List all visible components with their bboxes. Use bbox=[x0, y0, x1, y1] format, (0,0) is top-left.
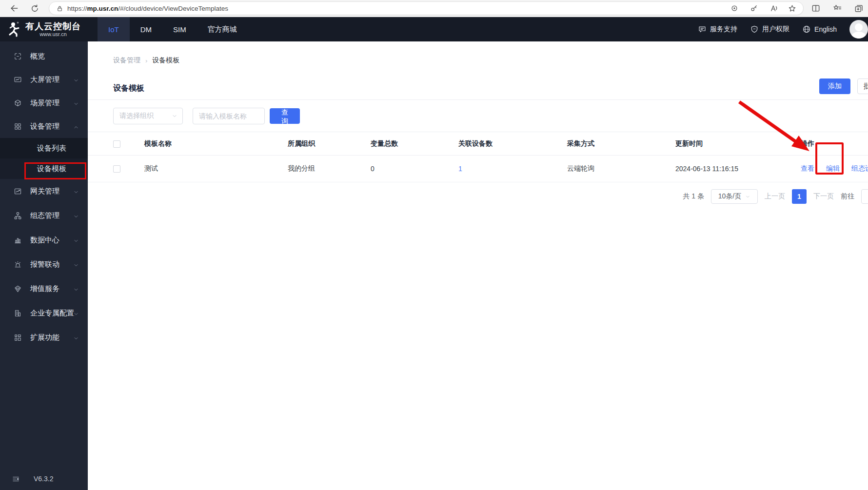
select-all-checkbox[interactable] bbox=[113, 140, 120, 148]
breadcrumb: 设备管理 › 设备模板 bbox=[88, 41, 868, 65]
sidebar-subitem-label: 设备模板 bbox=[37, 164, 66, 174]
cell-updated-time: 2024-06-13 11:16:15 bbox=[675, 165, 801, 173]
breadcrumb-parent[interactable]: 设备管理 bbox=[113, 56, 140, 65]
partial-batch-button[interactable]: 批 bbox=[857, 78, 868, 94]
sidebar-item-label: 组态管理 bbox=[30, 211, 59, 220]
cell-template-name: 测试 bbox=[144, 164, 288, 173]
page-size-select[interactable]: 10条/页 bbox=[711, 189, 758, 204]
favorites-bar-icon[interactable] bbox=[830, 1, 845, 16]
sidebar-item-label: 概览 bbox=[30, 52, 45, 61]
password-key-icon[interactable] bbox=[747, 1, 761, 16]
globe-icon bbox=[802, 25, 811, 34]
sidebar-subitem-device-template[interactable]: 设备模板 bbox=[0, 158, 88, 179]
back-icon[interactable] bbox=[7, 1, 21, 16]
cell-device-count: 1 bbox=[458, 165, 567, 173]
col-template-name: 模板名称 bbox=[144, 139, 288, 148]
read-aloud-icon[interactable] bbox=[766, 1, 781, 16]
col-updated-time: 更新时间 bbox=[675, 139, 801, 148]
add-button[interactable]: 添加 bbox=[819, 78, 850, 94]
row-checkbox[interactable] bbox=[113, 165, 120, 173]
sidebar-item-label: 扩展功能 bbox=[30, 333, 59, 342]
bar-chart-icon bbox=[14, 236, 22, 244]
goto-page-input[interactable] bbox=[861, 189, 868, 204]
service-support[interactable]: 服务支持 bbox=[698, 25, 737, 34]
edit-link[interactable]: 编辑 bbox=[826, 164, 840, 173]
sidebar-item-screen-mgmt[interactable]: 大屏管理 bbox=[0, 68, 88, 91]
sidebar-item-data-center[interactable]: 数据中心 bbox=[0, 228, 88, 252]
sidebar-item-label: 网关管理 bbox=[30, 187, 59, 196]
sidebar-item-alarm-linkage[interactable]: 报警联动 bbox=[0, 252, 88, 276]
refresh-icon[interactable] bbox=[27, 1, 42, 16]
user-avatar[interactable] bbox=[849, 20, 868, 39]
page-title: 设备模板 bbox=[113, 83, 144, 94]
current-page-button[interactable]: 1 bbox=[792, 189, 807, 204]
sidebar-item-value-added[interactable]: 增值服务 bbox=[0, 276, 88, 301]
next-page-button[interactable]: 下一页 bbox=[813, 192, 834, 201]
chevron-down-icon bbox=[73, 286, 79, 294]
search-button[interactable]: 查询 bbox=[270, 108, 300, 124]
sidebar-item-overview[interactable]: 概览 bbox=[0, 44, 88, 68]
overview-icon bbox=[14, 52, 22, 60]
language-label: English bbox=[814, 25, 837, 33]
tab-dm[interactable]: DM bbox=[130, 17, 162, 41]
split-screen-icon[interactable] bbox=[809, 1, 823, 16]
collapse-sidebar-icon[interactable] bbox=[12, 475, 20, 483]
org-select-placeholder: 请选择组织 bbox=[119, 112, 172, 120]
table-row: 测试 我的分组 0 1 云端轮询 2024-06-13 11:16:15 查看 … bbox=[88, 156, 868, 182]
device-count-link[interactable]: 1 bbox=[458, 165, 462, 173]
favorite-star-icon[interactable] bbox=[785, 1, 799, 16]
location-icon[interactable] bbox=[727, 1, 742, 16]
sidebar-item-gateway-mgmt[interactable]: 网关管理 bbox=[0, 179, 88, 203]
col-collect-method: 采集方式 bbox=[567, 139, 675, 148]
tab-iot[interactable]: IoT bbox=[98, 17, 130, 41]
chevron-down-icon bbox=[73, 237, 79, 245]
screen: https://mp.usr.cn/#/cloud/device/ViewDev… bbox=[0, 0, 868, 490]
sidebar-item-label: 场景管理 bbox=[30, 98, 59, 108]
tab-mall[interactable]: 官方商城 bbox=[197, 17, 248, 41]
breadcrumb-separator-icon: › bbox=[145, 57, 147, 64]
sidebar-item-label: 数据中心 bbox=[30, 235, 59, 245]
gem-icon bbox=[14, 285, 22, 293]
user-permission[interactable]: 用户权限 bbox=[750, 25, 789, 34]
breadcrumb-current: 设备模板 bbox=[152, 56, 179, 65]
chevron-up-icon bbox=[73, 123, 79, 132]
tab-sim[interactable]: SIM bbox=[162, 17, 197, 41]
sidebar-subitem-device-list[interactable]: 设备列表 bbox=[0, 138, 88, 158]
chevron-down-icon bbox=[73, 188, 79, 196]
cell-collect-method: 云端轮询 bbox=[567, 164, 675, 173]
sidebar-item-scada-mgmt[interactable]: 组态管理 bbox=[0, 203, 88, 228]
screen-icon bbox=[14, 76, 22, 84]
sidebar-item-scene-mgmt[interactable]: 场景管理 bbox=[0, 91, 88, 115]
org-select[interactable]: 请选择组织 bbox=[113, 108, 183, 124]
col-organization: 所属组织 bbox=[288, 139, 371, 148]
sidebar-item-label: 设备管理 bbox=[30, 122, 59, 131]
table-header-row: 模板名称 所属组织 变量总数 关联设备数 采集方式 更新时间 操作 bbox=[88, 132, 868, 156]
product-tabs: IoT DM SIM 官方商城 bbox=[98, 17, 248, 41]
pagination-total: 共 1 条 bbox=[683, 192, 704, 201]
prev-page-button[interactable]: 上一页 bbox=[765, 192, 785, 201]
address-bar[interactable]: https://mp.usr.cn/#/cloud/device/ViewDev… bbox=[49, 1, 804, 15]
view-link[interactable]: 查看 bbox=[801, 164, 814, 173]
building-icon bbox=[14, 309, 22, 317]
sidebar-item-label: 增值服务 bbox=[30, 284, 59, 294]
content-header: 设备模板 添加 批 bbox=[88, 78, 868, 100]
col-actions: 操作 bbox=[801, 139, 868, 148]
templates-table: 模板名称 所属组织 变量总数 关联设备数 采集方式 更新时间 操作 测试 我的分… bbox=[88, 132, 868, 182]
logo-title: 有人云控制台 bbox=[25, 21, 81, 31]
language-switch[interactable]: English bbox=[802, 25, 837, 34]
chevron-down-icon bbox=[73, 77, 79, 85]
shield-icon bbox=[750, 25, 759, 34]
chat-icon bbox=[698, 25, 707, 34]
template-name-input[interactable] bbox=[193, 108, 265, 124]
chevron-down-icon bbox=[73, 100, 79, 108]
collections-icon[interactable] bbox=[851, 1, 866, 16]
chevron-down-icon bbox=[73, 261, 79, 270]
cell-actions: 查看 编辑 组态设计 bbox=[801, 164, 868, 173]
logo[interactable]: 有人云控制台 www.usr.cn bbox=[0, 17, 88, 41]
scada-design-link[interactable]: 组态设计 bbox=[851, 164, 868, 173]
sidebar-item-extensions[interactable]: 扩展功能 bbox=[0, 325, 88, 350]
user-permission-label: 用户权限 bbox=[762, 25, 789, 34]
col-device-count: 关联设备数 bbox=[458, 139, 567, 148]
sidebar-item-device-mgmt[interactable]: 设备管理 bbox=[0, 115, 88, 138]
sidebar-item-enterprise-config[interactable]: 企业专属配置 bbox=[0, 301, 88, 325]
